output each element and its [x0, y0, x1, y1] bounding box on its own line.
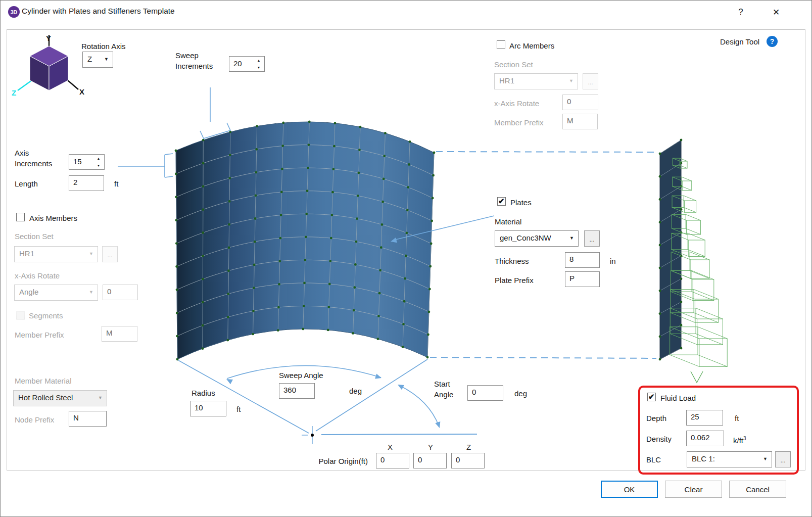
plate-prefix-label: Plate Prefix	[495, 275, 534, 286]
dialog-window: 3D Cylinder with Plates and Stiffeners T…	[0, 0, 812, 517]
sweep-increments-value: 20	[233, 59, 242, 68]
ok-button[interactable]: OK	[601, 481, 658, 498]
axis-increments-stepper[interactable]: 15 ▲ ▼	[69, 154, 105, 170]
sweep-angle-label: Sweep Angle	[279, 370, 323, 381]
sweep-increments-stepper[interactable]: 20 ▲ ▼	[229, 56, 265, 72]
sweep-angle-field[interactable]: 360	[279, 383, 315, 399]
plate-material-browse-button[interactable]: ...	[584, 230, 600, 247]
arc-x-axis-rotate-field: 0	[562, 95, 598, 110]
start-angle-label: Start Angle	[434, 379, 453, 400]
axis-members-checkbox[interactable]	[16, 213, 25, 221]
arc-members-checkbox[interactable]	[497, 40, 505, 49]
axis-rotate-angle-field: 0	[103, 285, 138, 300]
member-material-label: Member Material	[15, 375, 72, 386]
design-tool-help-icon[interactable]: ?	[767, 36, 778, 47]
axis-rotate-mode-select: Angle	[14, 285, 98, 301]
arc-section-set-select: HR1	[494, 73, 578, 89]
polar-x-header: X	[388, 442, 393, 452]
start-angle-unit: deg	[514, 388, 527, 399]
rotation-axis-select[interactable]: Z	[82, 52, 113, 68]
arc-member-prefix-label: Member Prefix	[494, 117, 544, 128]
arc-x-axis-rotate-label: x-Axis Rotate	[494, 98, 539, 109]
axis-section-set-label: Section Set	[15, 231, 54, 242]
length-label: Length	[15, 178, 38, 189]
plates-label: Plates	[510, 197, 532, 208]
depth-unit: ft	[735, 413, 739, 424]
clear-button[interactable]: Clear	[665, 481, 722, 498]
titlebar: 3D Cylinder with Plates and Stiffeners T…	[1, 1, 811, 23]
radius-field[interactable]: 10	[190, 401, 226, 416]
plate-material-select[interactable]: gen_Conc3NW	[495, 230, 579, 247]
depth-field[interactable]: 25	[686, 410, 723, 426]
polar-y-field[interactable]: 0	[413, 453, 447, 468]
depth-label: Depth	[646, 413, 666, 424]
axis-increments-up-icon[interactable]: ▲	[94, 155, 103, 162]
node-prefix-label: Node Prefix	[15, 414, 54, 425]
window-title: Cylinder with Plates and Stiffeners Temp…	[22, 7, 175, 16]
axis-section-set-select: HR1	[14, 246, 98, 262]
start-angle-field[interactable]: 0	[467, 385, 503, 401]
arc-section-set-browse-button: ...	[583, 73, 598, 89]
sweep-increments-up-icon[interactable]: ▲	[255, 57, 263, 64]
sweep-increments-down-icon[interactable]: ▼	[255, 64, 263, 71]
axis-x-axis-rotate-label: x-Axis Rotate	[15, 270, 60, 281]
radius-unit: ft	[236, 404, 241, 414]
arc-member-prefix-field: M	[562, 114, 598, 129]
cancel-button[interactable]: Cancel	[729, 481, 786, 498]
sweep-angle-unit: deg	[349, 386, 362, 396]
polar-z-header: Z	[466, 442, 471, 452]
blc-browse-button[interactable]: ...	[775, 451, 791, 467]
blc-select[interactable]: BLC 1:	[687, 451, 772, 467]
axis-members-label: Axis Members	[29, 213, 77, 223]
axis-increments-label: Axis Increments	[15, 148, 52, 169]
density-unit: k/ft3	[733, 433, 746, 446]
blc-label: BLC	[646, 454, 661, 465]
polar-x-field[interactable]: 0	[376, 453, 409, 468]
polar-z-field[interactable]: 0	[451, 453, 485, 468]
thickness-field[interactable]: 8	[565, 252, 600, 268]
design-tool-label: Design Tool	[720, 36, 759, 47]
segments-checkbox	[16, 311, 25, 319]
help-button[interactable]: ?	[732, 5, 749, 19]
plate-material-label: Material	[495, 216, 521, 227]
axis-increments-down-icon[interactable]: ▼	[94, 162, 103, 169]
app-3d-icon: 3D	[8, 6, 20, 18]
polar-y-header: Y	[428, 442, 433, 452]
node-prefix-field[interactable]: N	[69, 411, 107, 427]
arc-section-set-label: Section Set	[494, 59, 533, 70]
member-material-select: Hot Rolled Steel	[13, 390, 107, 406]
thickness-unit: in	[610, 256, 616, 266]
length-unit: ft	[114, 178, 118, 189]
segments-label: Segments	[29, 310, 63, 321]
arc-members-label: Arc Members	[509, 40, 554, 51]
rotation-axis-label: Rotation Axis	[81, 41, 126, 52]
axis-member-prefix-field: M	[102, 326, 137, 342]
fluid-load-checkbox[interactable]	[647, 393, 656, 401]
density-field[interactable]: 0.062	[686, 431, 724, 446]
radius-label: Radius	[192, 388, 215, 398]
fluid-load-label: Fluid Load	[660, 393, 696, 403]
sweep-increments-label: Sweep Increments	[175, 50, 213, 71]
length-field[interactable]: 2	[69, 175, 104, 191]
thickness-label: Thickness	[495, 256, 529, 266]
plates-checkbox[interactable]	[497, 197, 506, 206]
polar-origin-label: Polar Origin(ft)	[302, 456, 368, 466]
plate-prefix-field[interactable]: P	[565, 271, 600, 287]
close-icon[interactable]: ✕	[768, 5, 785, 19]
density-label: Density	[646, 434, 672, 444]
axis-increments-value: 15	[73, 157, 82, 166]
axis-section-set-browse-button: ...	[102, 246, 118, 262]
axis-member-prefix-label: Member Prefix	[15, 330, 64, 340]
